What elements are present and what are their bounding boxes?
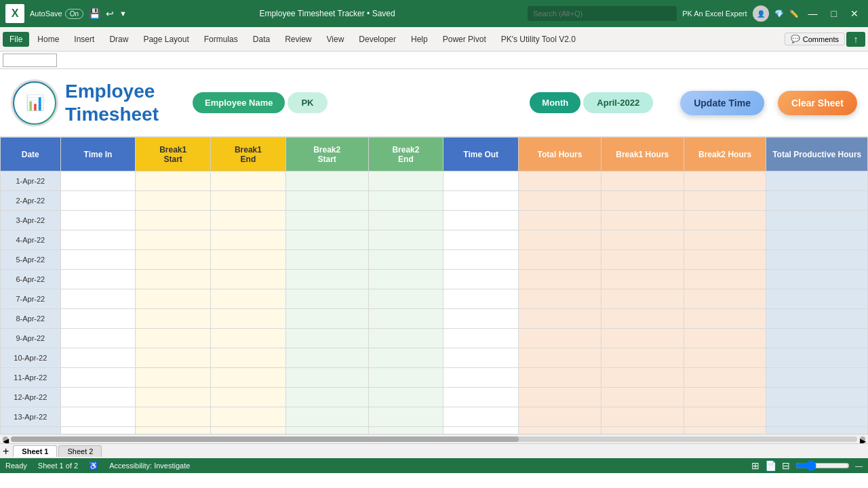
autosave-toggle[interactable]: On <box>65 9 83 19</box>
cell-date[interactable]: 10-Apr-22 <box>1 348 61 368</box>
cell-data[interactable] <box>601 211 684 230</box>
table-row[interactable]: 9-Apr-22 <box>1 329 868 348</box>
share-button[interactable]: ↑ <box>846 32 865 47</box>
scroll-left-icon[interactable]: ◀ <box>3 436 8 442</box>
cell-date[interactable]: 7-Apr-22 <box>1 289 61 309</box>
cell-data[interactable] <box>601 270 684 289</box>
cell-data[interactable] <box>211 270 286 289</box>
cell-data[interactable] <box>443 427 519 434</box>
table-row[interactable]: 4-Apr-22 <box>1 230 868 250</box>
cell-data[interactable] <box>211 388 286 407</box>
cell-data[interactable] <box>285 368 368 388</box>
cell-data[interactable] <box>60 309 136 329</box>
clear-sheet-button[interactable]: Clear Sheet <box>778 91 857 115</box>
cell-data[interactable] <box>601 250 684 270</box>
cell-data[interactable] <box>368 270 443 289</box>
scroll-right-icon[interactable]: ▶ <box>860 436 865 442</box>
cell-data[interactable] <box>285 270 368 289</box>
name-box[interactable] <box>3 54 57 67</box>
cell-data[interactable] <box>211 407 286 427</box>
cell-data[interactable] <box>285 348 368 368</box>
cell-data[interactable] <box>443 329 519 348</box>
restore-button[interactable]: □ <box>827 8 841 19</box>
ribbon-developer[interactable]: Developer <box>352 32 403 47</box>
comments-button[interactable]: 💬 Comments <box>785 33 845 45</box>
cell-data[interactable] <box>684 171 766 191</box>
cell-data[interactable] <box>285 407 368 427</box>
cell-data[interactable] <box>136 368 211 388</box>
cell-data[interactable] <box>60 191 136 211</box>
cell-data[interactable] <box>766 368 868 388</box>
cell-data[interactable] <box>601 348 684 368</box>
scrollbar-area[interactable]: ◀ ▶ <box>0 434 868 443</box>
cell-data[interactable] <box>60 270 136 289</box>
scrollbar-track[interactable] <box>11 436 857 442</box>
cell-date[interactable]: 6-Apr-22 <box>1 270 61 289</box>
ribbon-help[interactable]: Help <box>404 32 435 47</box>
cell-data[interactable] <box>368 427 443 434</box>
cell-data[interactable] <box>766 289 868 309</box>
cell-date[interactable]: 9-Apr-22 <box>1 329 61 348</box>
cell-data[interactable] <box>368 171 443 191</box>
table-row[interactable]: 11-Apr-22 <box>1 368 868 388</box>
cell-data[interactable] <box>519 211 601 230</box>
cell-data[interactable] <box>601 289 684 309</box>
cell-data[interactable] <box>285 309 368 329</box>
cell-data[interactable] <box>519 368 601 388</box>
cell-data[interactable] <box>211 309 286 329</box>
dropdown-icon[interactable]: ▼ <box>119 9 127 18</box>
ribbon-draw[interactable]: Draw <box>102 32 135 47</box>
cell-data[interactable] <box>519 230 601 250</box>
cell-data[interactable] <box>766 230 868 250</box>
cell-data[interactable] <box>368 289 443 309</box>
cell-data[interactable] <box>766 270 868 289</box>
cell-data[interactable] <box>684 368 766 388</box>
cell-data[interactable] <box>601 427 684 434</box>
cell-data[interactable] <box>211 289 286 309</box>
ribbon-pagelayout[interactable]: Page Layout <box>136 32 195 47</box>
cell-data[interactable] <box>766 171 868 191</box>
table-row[interactable]: 10-Apr-22 <box>1 348 868 368</box>
cell-data[interactable] <box>601 329 684 348</box>
cell-data[interactable] <box>601 191 684 211</box>
cell-data[interactable] <box>136 171 211 191</box>
cell-data[interactable] <box>443 289 519 309</box>
ribbon-view[interactable]: View <box>320 32 351 47</box>
scrollbar-thumb[interactable] <box>11 436 519 442</box>
cell-data[interactable] <box>211 211 286 230</box>
cell-data[interactable] <box>136 329 211 348</box>
cell-data[interactable] <box>766 427 868 434</box>
cell-data[interactable] <box>519 191 601 211</box>
cell-data[interactable] <box>368 329 443 348</box>
cell-data[interactable] <box>211 348 286 368</box>
cell-data[interactable] <box>60 171 136 191</box>
table-row[interactable]: 7-Apr-22 <box>1 289 868 309</box>
cell-data[interactable] <box>211 171 286 191</box>
cell-date[interactable]: 8-Apr-22 <box>1 309 61 329</box>
cell-data[interactable] <box>368 191 443 211</box>
cell-data[interactable] <box>368 250 443 270</box>
cell-data[interactable] <box>766 211 868 230</box>
cell-data[interactable] <box>519 289 601 309</box>
cell-data[interactable] <box>368 368 443 388</box>
cell-data[interactable] <box>60 427 136 434</box>
table-row[interactable]: 8-Apr-22 <box>1 309 868 329</box>
add-sheet-button[interactable]: + <box>3 445 9 458</box>
page-view-button[interactable]: 📄 <box>765 460 776 471</box>
cell-data[interactable] <box>519 407 601 427</box>
minimize-button[interactable]: — <box>804 8 822 19</box>
cell-date[interactable]: 14-Apr-22 <box>1 427 61 434</box>
cell-data[interactable] <box>766 388 868 407</box>
cell-data[interactable] <box>766 348 868 368</box>
cell-data[interactable] <box>285 250 368 270</box>
cell-data[interactable] <box>211 329 286 348</box>
table-row[interactable]: 12-Apr-22 <box>1 388 868 407</box>
cell-data[interactable] <box>285 171 368 191</box>
cell-data[interactable] <box>368 388 443 407</box>
cell-data[interactable] <box>766 407 868 427</box>
ribbon-home[interactable]: Home <box>31 32 66 47</box>
ribbon-pktool[interactable]: PK's Utility Tool V2.0 <box>494 32 583 47</box>
cell-date[interactable]: 11-Apr-22 <box>1 368 61 388</box>
cell-data[interactable] <box>684 348 766 368</box>
cell-data[interactable] <box>519 329 601 348</box>
